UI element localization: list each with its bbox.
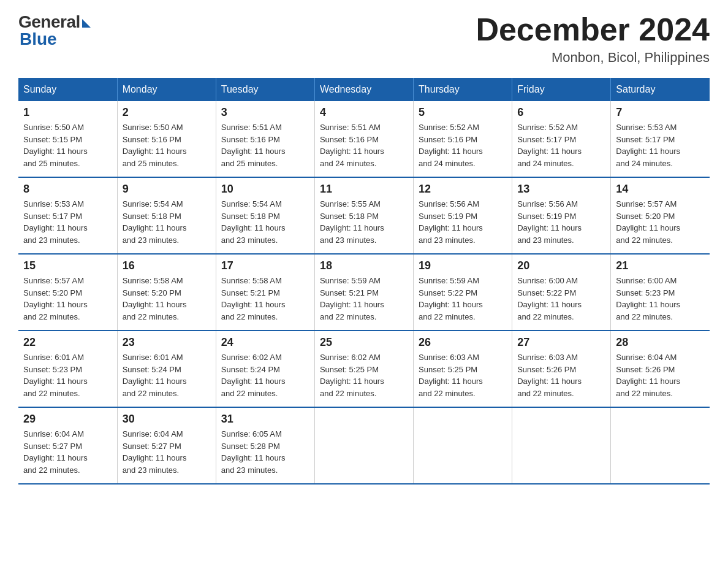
calendar-table: SundayMondayTuesdayWednesdayThursdayFrid… (18, 78, 710, 484)
day-number: 4 (320, 106, 408, 119)
calendar-cell: 13 Sunrise: 5:56 AMSunset: 5:19 PMDaylig… (512, 177, 611, 254)
logo: General Blue (18, 12, 91, 49)
location-subtitle: Monbon, Bicol, Philippines (476, 50, 710, 66)
day-info: Sunrise: 6:03 AMSunset: 5:26 PMDaylight:… (517, 351, 605, 399)
header-saturday: Saturday (611, 78, 710, 101)
day-number: 10 (221, 183, 309, 196)
calendar-cell: 21 Sunrise: 6:00 AMSunset: 5:23 PMDaylig… (611, 254, 710, 331)
day-number: 17 (221, 259, 309, 272)
day-number: 12 (419, 183, 507, 196)
day-info: Sunrise: 5:58 AMSunset: 5:21 PMDaylight:… (221, 275, 309, 323)
header-friday: Friday (512, 78, 611, 101)
calendar-cell: 14 Sunrise: 5:57 AMSunset: 5:20 PMDaylig… (611, 177, 710, 254)
day-number: 28 (616, 336, 705, 349)
calendar-cell: 19 Sunrise: 5:59 AMSunset: 5:22 PMDaylig… (414, 254, 512, 331)
calendar-cell: 4 Sunrise: 5:51 AMSunset: 5:16 PMDayligh… (314, 101, 413, 177)
day-info: Sunrise: 5:54 AMSunset: 5:18 PMDaylight:… (123, 198, 211, 246)
week-row-2: 8 Sunrise: 5:53 AMSunset: 5:17 PMDayligh… (18, 177, 710, 254)
day-number: 24 (221, 336, 309, 349)
day-number: 11 (320, 183, 408, 196)
day-number: 20 (517, 259, 605, 272)
day-info: Sunrise: 6:01 AMSunset: 5:23 PMDaylight:… (23, 351, 112, 399)
header-wednesday: Wednesday (314, 78, 413, 101)
calendar-cell: 1 Sunrise: 5:50 AMSunset: 5:15 PMDayligh… (18, 101, 117, 177)
day-info: Sunrise: 5:53 AMSunset: 5:17 PMDaylight:… (616, 121, 705, 169)
day-info: Sunrise: 5:57 AMSunset: 5:20 PMDaylight:… (23, 275, 112, 323)
calendar-cell: 31 Sunrise: 6:05 AMSunset: 5:28 PMDaylig… (216, 407, 314, 484)
calendar-cell: 17 Sunrise: 5:58 AMSunset: 5:21 PMDaylig… (216, 254, 314, 331)
day-number: 5 (419, 106, 507, 119)
calendar-cell (512, 407, 611, 484)
logo-arrow-icon (82, 19, 91, 28)
day-number: 3 (221, 106, 309, 119)
calendar-cell: 18 Sunrise: 5:59 AMSunset: 5:21 PMDaylig… (314, 254, 413, 331)
day-info: Sunrise: 5:59 AMSunset: 5:22 PMDaylight:… (419, 275, 507, 323)
day-info: Sunrise: 6:00 AMSunset: 5:22 PMDaylight:… (517, 275, 605, 323)
day-number: 22 (23, 336, 112, 349)
calendar-cell: 25 Sunrise: 6:02 AMSunset: 5:25 PMDaylig… (314, 331, 413, 407)
day-info: Sunrise: 6:02 AMSunset: 5:25 PMDaylight:… (320, 351, 408, 399)
header-thursday: Thursday (414, 78, 512, 101)
day-info: Sunrise: 6:04 AMSunset: 5:27 PMDaylight:… (23, 428, 112, 476)
day-number: 25 (320, 336, 408, 349)
week-row-4: 22 Sunrise: 6:01 AMSunset: 5:23 PMDaylig… (18, 331, 710, 407)
day-number: 27 (517, 336, 605, 349)
day-number: 14 (616, 183, 705, 196)
day-number: 26 (419, 336, 507, 349)
calendar-cell: 5 Sunrise: 5:52 AMSunset: 5:16 PMDayligh… (414, 101, 512, 177)
day-info: Sunrise: 6:04 AMSunset: 5:27 PMDaylight:… (123, 428, 211, 476)
day-info: Sunrise: 5:53 AMSunset: 5:17 PMDaylight:… (23, 198, 112, 246)
day-info: Sunrise: 5:56 AMSunset: 5:19 PMDaylight:… (419, 198, 507, 246)
day-info: Sunrise: 5:50 AMSunset: 5:16 PMDaylight:… (123, 121, 211, 169)
day-number: 2 (123, 106, 211, 119)
day-number: 6 (517, 106, 605, 119)
calendar-cell: 12 Sunrise: 5:56 AMSunset: 5:19 PMDaylig… (414, 177, 512, 254)
day-info: Sunrise: 5:52 AMSunset: 5:16 PMDaylight:… (419, 121, 507, 169)
week-row-5: 29 Sunrise: 6:04 AMSunset: 5:27 PMDaylig… (18, 407, 710, 484)
calendar-cell: 23 Sunrise: 6:01 AMSunset: 5:24 PMDaylig… (117, 331, 216, 407)
month-year-title: December 2024 (476, 12, 710, 47)
calendar-cell: 30 Sunrise: 6:04 AMSunset: 5:27 PMDaylig… (117, 407, 216, 484)
calendar-cell: 22 Sunrise: 6:01 AMSunset: 5:23 PMDaylig… (18, 331, 117, 407)
day-info: Sunrise: 5:55 AMSunset: 5:18 PMDaylight:… (320, 198, 408, 246)
day-info: Sunrise: 5:51 AMSunset: 5:16 PMDaylight:… (221, 121, 309, 169)
week-row-3: 15 Sunrise: 5:57 AMSunset: 5:20 PMDaylig… (18, 254, 710, 331)
day-number: 8 (23, 183, 112, 196)
day-info: Sunrise: 5:57 AMSunset: 5:20 PMDaylight:… (616, 198, 705, 246)
calendar-cell: 7 Sunrise: 5:53 AMSunset: 5:17 PMDayligh… (611, 101, 710, 177)
calendar-cell: 8 Sunrise: 5:53 AMSunset: 5:17 PMDayligh… (18, 177, 117, 254)
calendar-cell: 15 Sunrise: 5:57 AMSunset: 5:20 PMDaylig… (18, 254, 117, 331)
day-number: 7 (616, 106, 705, 119)
day-number: 18 (320, 259, 408, 272)
day-info: Sunrise: 5:52 AMSunset: 5:17 PMDaylight:… (517, 121, 605, 169)
calendar-cell (611, 407, 710, 484)
day-info: Sunrise: 5:51 AMSunset: 5:16 PMDaylight:… (320, 121, 408, 169)
title-block: December 2024 Monbon, Bicol, Philippines (476, 12, 710, 66)
day-info: Sunrise: 6:05 AMSunset: 5:28 PMDaylight:… (221, 428, 309, 476)
calendar-cell: 29 Sunrise: 6:04 AMSunset: 5:27 PMDaylig… (18, 407, 117, 484)
day-number: 30 (123, 413, 211, 426)
calendar-cell: 26 Sunrise: 6:03 AMSunset: 5:25 PMDaylig… (414, 331, 512, 407)
day-info: Sunrise: 6:04 AMSunset: 5:26 PMDaylight:… (616, 351, 705, 399)
calendar-cell: 16 Sunrise: 5:58 AMSunset: 5:20 PMDaylig… (117, 254, 216, 331)
day-number: 23 (123, 336, 211, 349)
day-number: 31 (221, 413, 309, 426)
header-monday: Monday (117, 78, 216, 101)
day-number: 1 (23, 106, 112, 119)
day-info: Sunrise: 6:03 AMSunset: 5:25 PMDaylight:… (419, 351, 507, 399)
calendar-cell: 2 Sunrise: 5:50 AMSunset: 5:16 PMDayligh… (117, 101, 216, 177)
calendar-cell: 11 Sunrise: 5:55 AMSunset: 5:18 PMDaylig… (314, 177, 413, 254)
day-number: 29 (23, 413, 112, 426)
calendar-cell: 27 Sunrise: 6:03 AMSunset: 5:26 PMDaylig… (512, 331, 611, 407)
day-info: Sunrise: 5:50 AMSunset: 5:15 PMDaylight:… (23, 121, 112, 169)
day-number: 16 (123, 259, 211, 272)
day-number: 19 (419, 259, 507, 272)
day-info: Sunrise: 6:01 AMSunset: 5:24 PMDaylight:… (123, 351, 211, 399)
calendar-cell: 20 Sunrise: 6:00 AMSunset: 5:22 PMDaylig… (512, 254, 611, 331)
day-info: Sunrise: 5:59 AMSunset: 5:21 PMDaylight:… (320, 275, 408, 323)
calendar-cell: 24 Sunrise: 6:02 AMSunset: 5:24 PMDaylig… (216, 331, 314, 407)
calendar-cell: 10 Sunrise: 5:54 AMSunset: 5:18 PMDaylig… (216, 177, 314, 254)
day-number: 9 (123, 183, 211, 196)
calendar-cell: 3 Sunrise: 5:51 AMSunset: 5:16 PMDayligh… (216, 101, 314, 177)
day-number: 21 (616, 259, 705, 272)
